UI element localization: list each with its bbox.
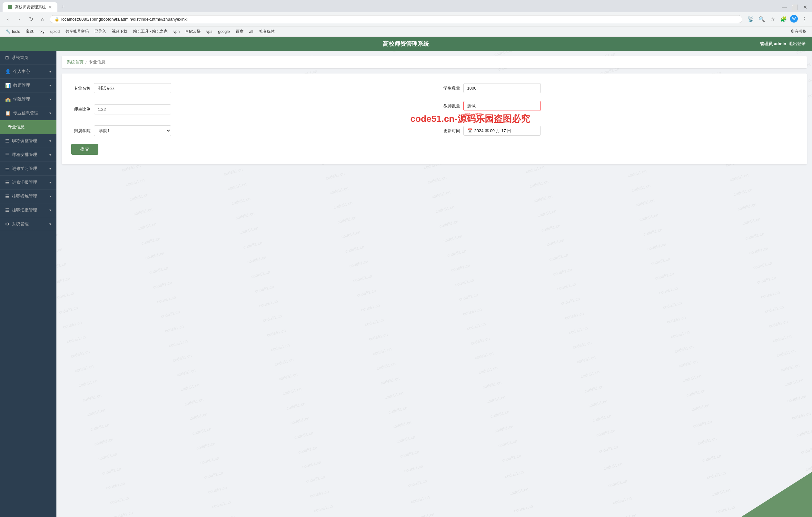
sidebar-item-title[interactable]: ☰ 职称调整管理 ▾ — [0, 134, 56, 148]
sidebar-item-post[interactable]: ☰ 挂职锻炼管理 ▾ — [0, 189, 56, 203]
tab-close-button[interactable]: ✕ — [48, 4, 52, 10]
bookmark-maxliti[interactable]: Max云梯 — [183, 28, 203, 35]
cast-button[interactable]: 📡 — [746, 15, 755, 24]
major-name-input[interactable] — [94, 83, 171, 93]
active-tab[interactable]: 高校师资管理系统 ✕ — [3, 2, 57, 12]
bookmark-google[interactable]: google — [215, 28, 232, 35]
teacher-ratio-field: 师生比例 — [71, 101, 428, 118]
bookmark-aff[interactable]: aff — [247, 28, 256, 35]
post-icon: ☰ — [5, 194, 9, 199]
form-row-2: 师生比例 教师数量 请输入整数 — [71, 101, 797, 118]
browser-chrome: 高校师资管理系统 ✕ + — ⬜ ✕ ‹ › ↻ ⌂ 🔒 localhost:8… — [0, 0, 812, 37]
sidebar-item-teacher[interactable]: 📊 教师管理 ▾ — [0, 79, 56, 92]
bookmark-baozang[interactable]: 宝藏 — [23, 28, 36, 35]
sidebar-item-college[interactable]: 🏫 学院管理 ▾ — [0, 92, 56, 107]
college-select[interactable]: 学院1 — [94, 125, 171, 136]
course-icon: ☰ — [5, 152, 9, 157]
bookmark-vps[interactable]: vps — [204, 28, 215, 35]
bookmark-baidu[interactable]: 百度 — [233, 28, 246, 35]
logout-button[interactable]: 退出登录 — [789, 41, 806, 47]
chevron-down-icon: ▾ — [49, 153, 51, 157]
bookmarks-bar: 🔧 tools 宝藏 txy uplod 共享账号密码 已导入 视频下载 站长工… — [0, 26, 812, 37]
college-label: 归属学院 — [71, 128, 91, 134]
bookmark-label: aff — [249, 29, 254, 34]
new-tab-button[interactable]: + — [59, 4, 67, 11]
address-bar[interactable]: 🔒 localhost:8080/springbootqn9fs/admin/d… — [50, 15, 742, 23]
sidebar-item-major-mgmt[interactable]: 📋 专业信息管理 ▾ — [0, 107, 56, 120]
bookmark-label: vps — [206, 29, 212, 34]
app-header: 高校师资管理系统 管理员 admin 退出登录 — [0, 37, 812, 51]
student-count-field: 学生数量 — [441, 83, 798, 93]
bookmark-txy[interactable]: txy — [37, 28, 47, 35]
bookmark-uplod[interactable]: uplod — [48, 28, 62, 35]
reload-button[interactable]: ↻ — [26, 15, 35, 24]
forward-button[interactable]: › — [15, 15, 24, 24]
bookmark-social[interactable]: 社交媒体 — [257, 28, 277, 35]
close-window-button[interactable]: ✕ — [801, 3, 809, 11]
bookmark-label: 社交媒体 — [259, 29, 275, 34]
breadcrumb-separator: / — [85, 60, 87, 65]
bookmark-video[interactable]: 视频下载 — [109, 28, 130, 35]
bookmark-vpn[interactable]: vpn — [171, 28, 182, 35]
search-button[interactable]: 🔍 — [757, 15, 766, 24]
form-row-3: 归属学院 学院1 更新时间 📅 — [71, 125, 797, 136]
chevron-down-icon: ▾ — [49, 194, 51, 199]
bookmark-webmaster[interactable]: 站长工具 - 站长之家 — [130, 28, 170, 35]
sidebar-item-system[interactable]: ⚙ 系统管理 ▾ — [0, 217, 56, 231]
bookmark-label: 共享账号密码 — [65, 29, 89, 34]
sidebar-item-study-report[interactable]: ☰ 进修汇报管理 ▾ — [0, 176, 56, 189]
address-text: localhost:8080/springbootqn9fs/admin/dis… — [61, 17, 188, 22]
teacher-count-input[interactable] — [463, 101, 541, 111]
bookmark-shared-pw[interactable]: 共享账号密码 — [63, 28, 91, 35]
chevron-down-icon: ▾ — [49, 208, 51, 212]
bookmark-label: 视频下载 — [112, 29, 127, 34]
sidebar-item-profile[interactable]: 👤 个人中心 ▾ — [0, 65, 56, 79]
profile-button[interactable]: W — [790, 15, 798, 23]
app-header-right: 管理员 admin 退出登录 — [760, 41, 806, 47]
sidebar-item-home[interactable]: ⊞ 系统首页 — [0, 51, 56, 65]
bookmark-label: uplod — [50, 29, 60, 34]
calendar-icon: 📅 — [467, 128, 472, 133]
bookmark-all[interactable]: 所有书签 — [788, 28, 809, 35]
sidebar: ⊞ 系统首页 👤 个人中心 ▾ 📊 教师管理 ▾ 🏫 学院管理 ▾ 📋 专业信息… — [0, 51, 56, 517]
sidebar-item-major[interactable]: 专业信息 — [0, 120, 56, 134]
menu-button[interactable]: ⋮ — [800, 15, 809, 24]
major-name-field: 专业名称 — [71, 83, 428, 93]
home-button[interactable]: ⌂ — [38, 15, 47, 24]
maximize-button[interactable]: ⬜ — [790, 3, 799, 11]
home-icon: ⊞ — [5, 55, 9, 60]
sidebar-item-post-report[interactable]: ☰ 挂职汇报管理 ▾ — [0, 203, 56, 217]
tab-bar: 高校师资管理系统 ✕ + — ⬜ ✕ — [0, 0, 812, 12]
submit-button[interactable]: 提交 — [71, 144, 98, 155]
bookmark-tools[interactable]: 🔧 tools — [3, 28, 23, 35]
bookmark-icon: 🔧 — [6, 29, 11, 34]
form-row-1: 专业名称 学生数量 — [71, 83, 797, 93]
breadcrumb-home[interactable]: 系统首页 — [67, 59, 84, 65]
bookmark-label: google — [218, 29, 230, 34]
nav-icons: 📡 🔍 ☆ 🧩 W ⋮ — [746, 15, 809, 24]
breadcrumb: 系统首页 / 专业信息 — [62, 56, 807, 68]
chevron-down-icon: ▾ — [49, 111, 51, 115]
minimize-button[interactable]: — — [780, 3, 789, 11]
chevron-down-icon: ▾ — [49, 139, 51, 143]
student-count-input[interactable] — [463, 83, 541, 93]
extension-button[interactable]: 🧩 — [779, 15, 788, 24]
bookmark-import[interactable]: 已导入 — [92, 28, 109, 35]
college-field: 归属学院 学院1 — [71, 125, 428, 136]
chevron-down-icon: ▾ — [49, 222, 51, 226]
sidebar-item-course[interactable]: ☰ 课程安排管理 ▾ — [0, 148, 56, 162]
student-count-label: 学生数量 — [441, 85, 460, 91]
bookmark-star-button[interactable]: ☆ — [768, 15, 777, 24]
teacher-ratio-input[interactable] — [94, 104, 171, 115]
breadcrumb-current: 专业信息 — [89, 59, 106, 65]
date-input-wrapper[interactable]: 📅 — [463, 126, 541, 136]
app-title: 高校师资管理系统 — [383, 40, 429, 48]
teacher-count-field: 教师数量 请输入整数 — [441, 101, 798, 118]
chevron-down-icon: ▾ — [49, 70, 51, 74]
title-icon: ☰ — [5, 138, 9, 144]
date-input[interactable] — [474, 128, 537, 133]
study-icon: ☰ — [5, 166, 9, 171]
back-button[interactable]: ‹ — [3, 15, 12, 24]
sidebar-item-study[interactable]: ☰ 进修学习管理 ▾ — [0, 162, 56, 176]
browser-nav: ‹ › ↻ ⌂ 🔒 localhost:8080/springbootqn9fs… — [0, 12, 812, 26]
